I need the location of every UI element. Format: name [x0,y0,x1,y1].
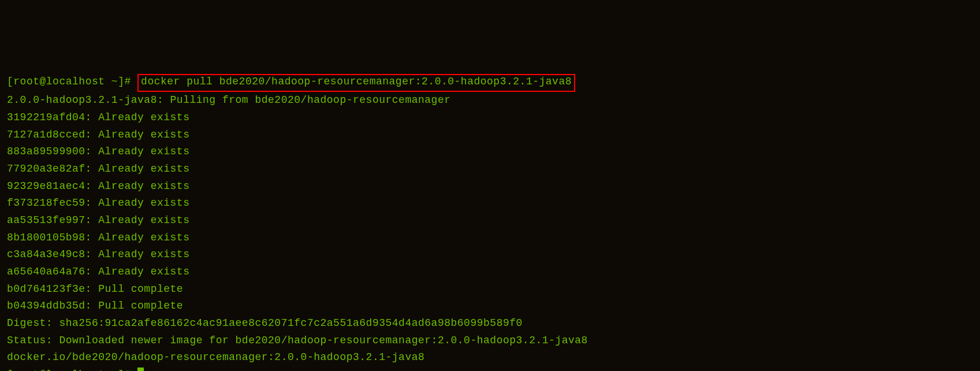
output-line: 92329e81aec4: Already exists [7,180,189,192]
output-line: 77920a3e82af: Already exists [7,163,189,175]
path: ~ [105,369,118,371]
output-line: 8b1800105b98: Already exists [7,232,189,243]
prompt-line-2: [root@localhost ~]# [7,369,144,371]
output-line: 3192219afd04: Already exists [7,112,189,123]
bracket-close: ] [118,369,124,371]
user-host: root@localhost [13,76,105,87]
output-line: aa53513fe997: Already exists [7,214,189,226]
hash: # [124,76,137,87]
output-line: 2.0.0-hadoop3.2.1-java8: Pulling from bd… [7,94,451,106]
hash: # [124,369,137,371]
output-line: Digest: sha256:91ca2afe86162c4ac91aee8c6… [7,317,523,329]
output-line: 883a89599900: Already exists [7,146,189,157]
output-line: b0d764123f3e: Pull complete [7,283,183,295]
bracket-close: ] [118,76,124,87]
prompt-line-1: [root@localhost ~]# docker pull bde2020/… [7,76,575,87]
output-line: b04394ddb35d: Pull complete [7,300,183,311]
command-highlight-box: docker pull bde2020/hadoop-resourcemanag… [137,74,575,92]
cursor-icon [137,368,144,371]
output-line: Status: Downloaded newer image for bde20… [7,335,588,346]
output-line: c3a84a3e49c8: Already exists [7,248,189,260]
path: ~ [105,76,118,87]
output-line: 7127a1d8cced: Already exists [7,129,189,140]
terminal-output[interactable]: [root@localhost ~]# docker pull bde2020/… [7,73,973,371]
output-line: a65640a64a76: Already exists [7,266,189,277]
user-host: root@localhost [13,369,105,371]
bracket-open: [ [7,369,13,371]
bracket-open: [ [7,76,13,87]
command-text: docker pull bde2020/hadoop-resourcemanag… [141,76,572,87]
output-line: docker.io/bde2020/hadoop-resourcemanager… [7,351,424,363]
output-line: f373218fec59: Already exists [7,197,189,209]
